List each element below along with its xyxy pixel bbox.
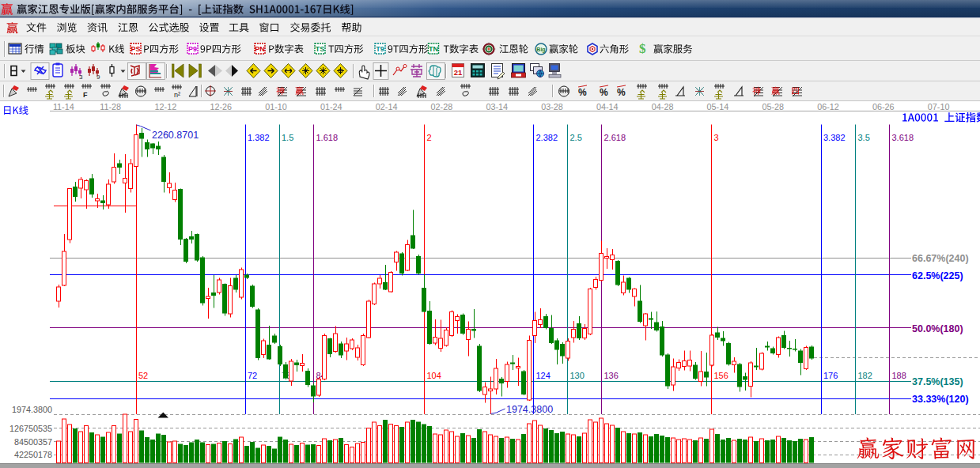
svg-text:11-28: 11-28: [100, 102, 121, 111]
svg-text:PN: PN: [255, 45, 265, 53]
svg-text:n²: n²: [174, 91, 180, 99]
svg-text:62.5%(225): 62.5%(225): [912, 270, 963, 281]
svg-text:Big: Big: [536, 47, 545, 53]
svg-text:52: 52: [138, 371, 148, 380]
svg-text:37.5%(135): 37.5%(135): [912, 376, 963, 387]
svg-text:84500357: 84500357: [14, 437, 52, 447]
svg-text:03-28: 03-28: [541, 102, 563, 111]
svg-text:2.5: 2.5: [570, 133, 582, 142]
svg-text:2.618: 2.618: [604, 133, 626, 142]
svg-text:PS: PS: [131, 45, 140, 53]
svg-text:05-28: 05-28: [762, 102, 784, 111]
svg-text:12-26: 12-26: [210, 102, 232, 111]
svg-text:11-14: 11-14: [53, 102, 74, 111]
svg-text:3: 3: [79, 74, 83, 81]
svg-text:12-12: 12-12: [155, 102, 177, 111]
svg-text:2: 2: [427, 133, 432, 142]
svg-text:01-10: 01-10: [265, 102, 287, 111]
svg-text:1.5: 1.5: [282, 133, 293, 142]
svg-text:42250178: 42250178: [14, 450, 52, 459]
svg-text:TS: TS: [316, 45, 325, 53]
svg-text:04-28: 04-28: [652, 102, 674, 111]
svg-text:50.0%(180): 50.0%(180): [912, 323, 963, 334]
svg-text:F: F: [83, 91, 88, 99]
svg-text:%: %: [578, 87, 587, 98]
svg-text:02-14: 02-14: [376, 102, 398, 111]
svg-text:182: 182: [858, 371, 872, 380]
svg-text:2.382: 2.382: [536, 133, 558, 142]
svg-text:124: 124: [536, 371, 551, 380]
svg-text:130: 130: [570, 371, 585, 380]
svg-text:2260.8701: 2260.8701: [152, 130, 199, 141]
svg-text:07-10: 07-10: [928, 102, 950, 111]
svg-text:04-14: 04-14: [596, 102, 619, 111]
svg-text:72: 72: [248, 371, 257, 380]
svg-text:TN: TN: [429, 45, 438, 53]
svg-text:3.382: 3.382: [823, 133, 846, 142]
svg-text:1974.3800: 1974.3800: [12, 405, 52, 414]
svg-text:33.33%(120): 33.33%(120): [912, 394, 969, 405]
svg-text:$: $: [639, 41, 646, 56]
svg-text:03-14: 03-14: [486, 102, 508, 111]
svg-text:9: 9: [96, 74, 100, 81]
svg-text:%: %: [600, 87, 608, 98]
svg-text:66.67%(240): 66.67%(240): [912, 253, 969, 264]
svg-text:126750535: 126750535: [9, 424, 52, 433]
svg-text:1.382: 1.382: [248, 133, 270, 142]
svg-text:104: 104: [427, 371, 441, 380]
svg-text:06-12: 06-12: [817, 102, 839, 111]
svg-text:P9: P9: [188, 45, 197, 53]
svg-text:01-24: 01-24: [320, 102, 342, 111]
svg-text:136: 136: [604, 371, 619, 380]
svg-text:02-28: 02-28: [431, 102, 453, 111]
svg-text:1974.3800: 1974.3800: [506, 404, 553, 415]
svg-text:176: 176: [823, 371, 838, 380]
svg-text:188: 188: [892, 371, 906, 380]
svg-text:1.618: 1.618: [316, 133, 339, 142]
svg-text:06-26: 06-26: [872, 102, 895, 111]
svg-text:156: 156: [714, 371, 728, 380]
svg-text:%: %: [617, 87, 626, 98]
svg-text:3.5: 3.5: [858, 133, 870, 142]
svg-text:21: 21: [454, 68, 463, 77]
svg-text:05-14: 05-14: [707, 102, 729, 111]
svg-text:3: 3: [714, 133, 719, 142]
svg-text:T9: T9: [376, 45, 384, 53]
svg-text:3.618: 3.618: [892, 133, 914, 142]
